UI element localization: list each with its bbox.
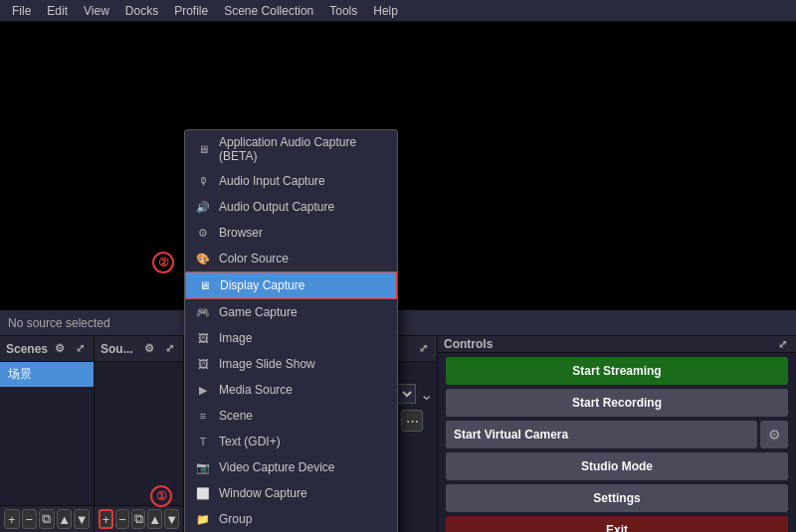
scene-item[interactable]: 场景 [0, 362, 94, 387]
source-copy-btn[interactable]: ⧉ [131, 509, 145, 529]
start-streaming-button[interactable]: Start Streaming [446, 357, 788, 385]
controls-panel: Controls ⤢ Start Streaming Start Recordi… [438, 336, 796, 532]
menu-view[interactable]: View [76, 2, 117, 20]
controls-title: Controls [444, 337, 493, 351]
no-source-bar: No source selected [0, 310, 796, 336]
ctx-color-source-label: Color Source [219, 252, 289, 266]
ctx-image-slideshow[interactable]: 🖼 Image Slide Show [185, 351, 397, 377]
scene-down-btn[interactable]: ▼ [74, 509, 90, 529]
menu-profile[interactable]: Profile [166, 2, 216, 20]
controls-buttons: Start Streaming Start Recording Start Vi… [438, 353, 796, 532]
scenes-expand-icon[interactable]: ⤢ [72, 341, 88, 357]
ctx-media-source[interactable]: ▶ Media Source [185, 377, 397, 403]
source-add-btn[interactable]: + [99, 509, 113, 529]
start-recording-button[interactable]: Start Recording [446, 389, 788, 417]
ctx-app-audio-label: Application Audio Capture (BETA) [219, 135, 387, 163]
ctx-video-capture[interactable]: 📷 Video Capture Device [185, 454, 397, 480]
ctx-text-gdi[interactable]: T Text (GDI+) [185, 429, 397, 454]
ctx-scene[interactable]: ≡ Scene [185, 403, 397, 429]
ctx-window-capture[interactable]: ⬜ Window Capture [185, 480, 397, 506]
scenes-config-icon[interactable]: ⚙ [52, 341, 68, 357]
ctx-group[interactable]: 📁 Group [185, 506, 397, 532]
ctx-game-capture[interactable]: 🎮 Game Capture [185, 299, 397, 325]
ctx-display-capture-icon: 🖥 [196, 277, 212, 293]
ctx-video-capture-icon: 📷 [195, 459, 211, 475]
ctx-audio-output[interactable]: 🔊 Audio Output Capture [185, 194, 397, 220]
ctx-audio-output-icon: 🔊 [195, 199, 211, 215]
menu-bar: File Edit View Docks Profile Scene Colle… [0, 0, 796, 22]
trans-dropdown-arrow[interactable]: ⌄ [420, 385, 433, 404]
scene-add-btn[interactable]: + [4, 509, 20, 529]
settings-button[interactable]: Settings [446, 484, 788, 512]
sources-panel-title: Sou... [100, 342, 133, 356]
scene-up-btn[interactable]: ▲ [57, 509, 73, 529]
menu-tools[interactable]: Tools [321, 2, 365, 20]
ctx-display-capture[interactable]: 🖥 Display Capture [185, 271, 397, 299]
menu-file[interactable]: File [4, 2, 39, 20]
ctx-image[interactable]: 🖼 Image [185, 325, 397, 351]
preview-area [0, 22, 796, 310]
sources-config-icon[interactable]: ⚙ [141, 341, 157, 357]
exit-button[interactable]: Exit [446, 516, 788, 532]
scenes-list: 场景 [0, 362, 94, 505]
ctx-image-slideshow-label: Image Slide Show [219, 357, 315, 371]
ctx-color-source[interactable]: 🎨 Color Source [185, 246, 397, 271]
menu-help[interactable]: Help [365, 2, 406, 20]
scenes-panel: Scenes ⚙ ⤢ 场景 + − ⧉ ▲ ▼ [0, 336, 95, 532]
sources-panel-icons: ⚙ ⤢ [141, 341, 177, 357]
source-up-btn[interactable]: ▲ [147, 509, 162, 529]
ctx-color-source-icon: 🎨 [195, 251, 211, 266]
menu-edit[interactable]: Edit [39, 2, 76, 20]
bottom-panel: No source selected Scenes ⚙ ⤢ 场景 + − ⧉ ▲… [0, 310, 796, 532]
ctx-image-slideshow-icon: 🖼 [195, 356, 211, 372]
scenes-panel-header: Scenes ⚙ ⤢ [0, 336, 94, 362]
ctx-game-capture-label: Game Capture [219, 305, 298, 319]
controls-expand-icon[interactable]: ⤢ [774, 336, 790, 352]
ctx-window-capture-label: Window Capture [219, 486, 307, 500]
sources-expand-icon[interactable]: ⤢ [161, 341, 177, 357]
sources-panel: Sou... ⚙ ⤢ + − ⧉ ▲ ▼ [95, 336, 184, 532]
start-virtual-camera-button[interactable]: Start Virtual Camera [446, 421, 757, 448]
sources-panel-header: Sou... ⚙ ⤢ [95, 336, 183, 362]
ctx-scene-icon: ≡ [195, 408, 211, 424]
source-down-btn[interactable]: ▼ [164, 509, 179, 529]
ctx-game-capture-icon: 🎮 [195, 304, 211, 320]
scene-trans-expand-icon[interactable]: ⤢ [415, 341, 431, 357]
ctx-app-audio[interactable]: 🖥 Application Audio Capture (BETA) [185, 130, 397, 168]
sources-list [95, 362, 183, 505]
scenes-panel-title: Scenes [6, 342, 48, 356]
scene-trans-icons: ⤢ [415, 341, 431, 357]
ctx-scene-label: Scene [219, 409, 253, 423]
sources-toolbar: + − ⧉ ▲ ▼ [95, 505, 183, 532]
ctx-window-capture-icon: ⬜ [195, 485, 211, 501]
ctx-image-icon: 🖼 [195, 330, 211, 346]
ctx-audio-input[interactable]: 🎙 Audio Input Capture [185, 168, 397, 194]
controls-header: Controls ⤢ [438, 336, 796, 353]
source-remove-btn[interactable]: − [115, 509, 129, 529]
ctx-display-capture-label: Display Capture [220, 278, 304, 292]
scene-copy-btn[interactable]: ⧉ [39, 509, 55, 529]
trans-more-btn[interactable]: ⋯ [401, 410, 423, 432]
scene-remove-btn[interactable]: − [22, 509, 38, 529]
ctx-video-capture-label: Video Capture Device [219, 460, 335, 474]
ctx-group-icon: 📁 [195, 511, 211, 527]
ctx-audio-input-icon: 🎙 [195, 173, 211, 189]
virtual-camera-gear-icon: ⚙ [768, 427, 781, 443]
context-menu: 🖥 Application Audio Capture (BETA) 🎙 Aud… [184, 129, 398, 532]
ctx-text-gdi-label: Text (GDI+) [219, 435, 281, 448]
ctx-browser-icon: ⚙ [195, 225, 211, 241]
badge-2: ② [152, 252, 174, 273]
panels-row: Scenes ⚙ ⤢ 场景 + − ⧉ ▲ ▼ Sou... [0, 336, 796, 532]
ctx-media-source-label: Media Source [219, 383, 293, 397]
ctx-group-label: Group [219, 512, 252, 526]
ctx-text-gdi-icon: T [195, 434, 211, 449]
studio-mode-button[interactable]: Studio Mode [446, 452, 788, 480]
badge-1: ① [150, 485, 172, 507]
virtual-camera-settings-btn[interactable]: ⚙ [760, 421, 788, 448]
no-source-text: No source selected [8, 316, 110, 330]
menu-docks[interactable]: Docks [117, 2, 166, 20]
ctx-image-label: Image [219, 331, 252, 345]
menu-scene-collection[interactable]: Scene Collection [216, 2, 321, 20]
ctx-browser[interactable]: ⚙ Browser [185, 220, 397, 246]
ctx-browser-label: Browser [219, 226, 263, 240]
